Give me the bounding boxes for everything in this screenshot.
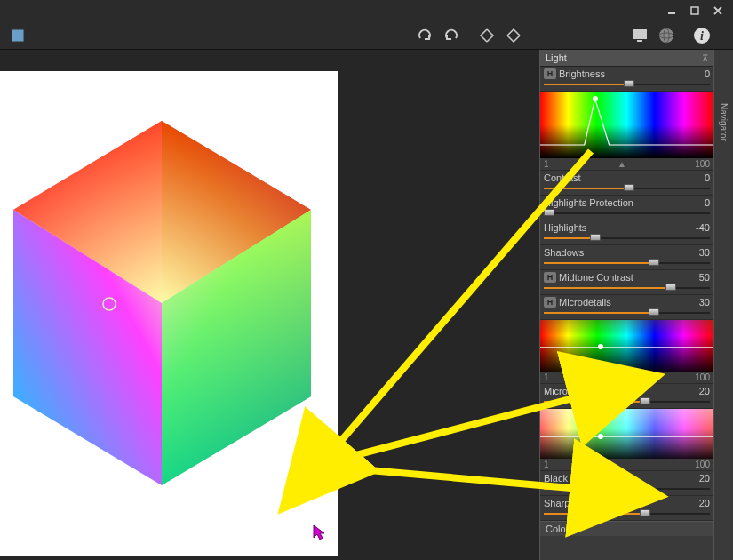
shadows-value: 30 [699,247,710,258]
navigator-label: Navigator [719,103,729,141]
panel-title: Light [546,52,567,63]
highlights-label: Highlights [544,222,586,233]
svg-rect-1 [691,7,698,14]
range-row-1: 1 ▲ 100 [540,158,713,171]
black-label: Black [544,473,568,484]
highlights-protection-control[interactable]: Highlights Protection0 [540,196,713,220]
sharpening-label: Sharpening [544,498,594,508]
microdetails-label: Microdetails [559,297,611,308]
microdetails-control[interactable]: HMicrodetails30 [540,295,713,320]
highlights-control[interactable]: Highlights-40 [540,220,713,245]
hp-value: 0 [705,197,710,208]
microdetails-slider[interactable] [544,309,710,316]
close-button[interactable] [708,4,728,18]
brightness-label: Brightness [559,68,605,79]
brightness-spectrum[interactable] [540,92,713,158]
file-icon[interactable] [7,25,28,46]
black-value: 20 [699,473,710,484]
microcontrast-control[interactable]: Microcontrast20 [540,384,713,409]
contrast-value: 0 [705,172,710,183]
compare-vertical-icon[interactable] [503,25,524,46]
canvas-area[interactable] [0,50,539,560]
sharpening-value: 20 [699,498,710,508]
shadows-slider[interactable] [544,260,710,267]
midtone-slider[interactable] [544,284,710,292]
light-panel: Light ⊼ HBrightness 0 1 ▲ 100 Contra [539,50,713,560]
midtone-label: Midtone Contrast [559,272,633,283]
range-row-3: 1100 [540,459,713,471]
compare-horizontal-icon[interactable] [476,25,498,46]
svg-rect-4 [637,40,642,42]
monitor-icon[interactable] [629,25,650,46]
collapse-icon[interactable]: ▲ [617,159,626,169]
navigator-tab[interactable]: Navigator [713,50,733,560]
spectrum-point-2[interactable] [598,344,603,349]
brightness-control[interactable]: HBrightness 0 [540,67,713,92]
globe-icon[interactable] [656,25,677,46]
svg-point-5 [659,28,673,43]
sharpening-control[interactable]: Sharpening20 [540,496,713,521]
brightness-slider[interactable] [544,81,710,88]
info-icon[interactable]: i [691,25,713,46]
redo-icon[interactable] [414,25,435,46]
midtone-contrast-control[interactable]: HMidtone Contrast50 [540,270,713,295]
contrast-label: Contrast [544,172,581,183]
black-slider[interactable] [544,485,710,492]
svg-rect-3 [633,29,647,39]
midtone-value: 50 [699,272,710,283]
shadows-label: Shadows [544,247,584,258]
panel-header[interactable]: Light ⊼ [540,50,713,67]
cursor-icon [312,524,328,544]
microcontrast-label: Microcontrast [544,386,602,396]
svg-rect-0 [668,12,675,14]
highlights-value: -40 [696,222,710,233]
spectrum-point-3[interactable] [598,434,603,439]
microcontrast-spectrum[interactable] [540,409,713,459]
contrast-control[interactable]: Contrast0 [540,171,713,196]
brightness-value: 0 [705,68,710,79]
highlights-slider[interactable] [544,235,710,242]
hp-slider[interactable] [544,210,710,217]
svg-rect-2 [12,29,24,42]
black-control[interactable]: Black20 [540,471,713,496]
minimize-button[interactable] [662,4,681,18]
top-toolbar: i [0,21,733,50]
hp-label: Highlights Protection [544,197,633,208]
contrast-slider[interactable] [544,185,710,192]
shadows-control[interactable]: Shadows30 [540,245,713,270]
h-badge: H [544,68,556,79]
window-titlebar [0,0,733,21]
range-row-2: 1100 [540,372,713,384]
pin-icon[interactable]: ⊼ [702,53,708,63]
sharpening-slider[interactable] [544,510,710,517]
spectrum-point[interactable] [593,96,598,101]
undo-icon[interactable] [441,25,462,46]
maximize-button[interactable] [685,4,705,18]
color-section-header[interactable]: Color [540,521,713,536]
midtone-spectrum[interactable] [540,320,713,372]
microdetails-value: 30 [699,297,710,308]
microcontrast-slider[interactable] [544,398,710,405]
microcontrast-value: 20 [699,386,710,396]
color-cube-image [4,121,320,485]
svg-text:i: i [700,29,704,43]
